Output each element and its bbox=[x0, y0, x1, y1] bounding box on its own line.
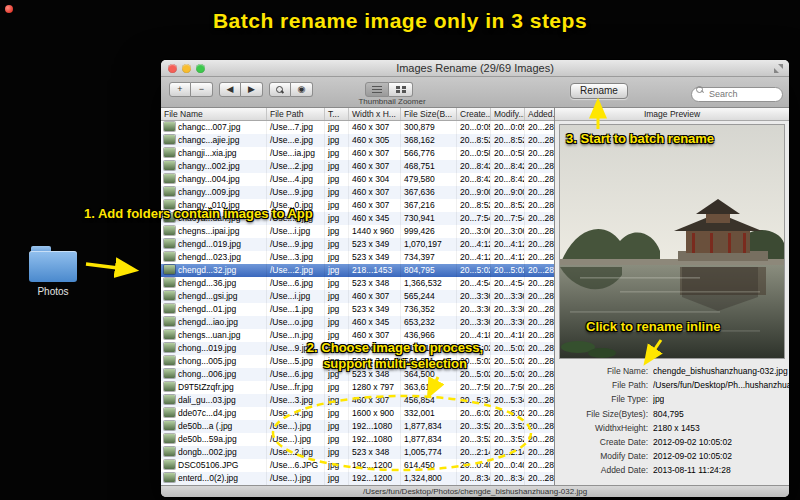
detail-row: Modify Date:2012-09-02 10:05:02 bbox=[555, 449, 789, 463]
table-row[interactable]: de50b...59a.jpg/Use...).jpgjpg192...1080… bbox=[161, 433, 554, 446]
detail-row: File Path:/Users/fun/Desktop/Ph...hushan… bbox=[555, 378, 789, 392]
table-row[interactable]: dongb...002.jpg/Use...2.jpgjpg523 x 3481… bbox=[161, 446, 554, 459]
toolbar: + − ◀ ▶ ◉ Thumbnail Zoomer Rename bbox=[161, 77, 789, 108]
detail-label: Added Date: bbox=[555, 465, 653, 475]
fullscreen-icon[interactable] bbox=[774, 64, 783, 73]
search-input[interactable] bbox=[691, 87, 783, 102]
file-thumbnail-icon bbox=[164, 434, 175, 443]
column-header[interactable]: Create... bbox=[457, 108, 491, 120]
detail-value[interactable]: 2012-09-02 10:05:02 bbox=[653, 437, 732, 447]
status-bar: /Users/fun/Desktop/Photos/chengde_bishus… bbox=[161, 485, 789, 497]
column-header[interactable]: File Name bbox=[161, 108, 267, 120]
file-thumbnail-icon bbox=[164, 408, 175, 417]
detail-label: File Type: bbox=[555, 394, 653, 404]
list-view-button[interactable] bbox=[365, 82, 389, 97]
file-thumbnail-icon bbox=[164, 343, 175, 352]
table-row[interactable]: DSC05106.JPG/Use...6.JPGjpg192...1200614… bbox=[161, 459, 554, 472]
detail-label: File Name: bbox=[555, 366, 653, 376]
column-header[interactable]: Modify... bbox=[491, 108, 525, 120]
detail-value[interactable]: 2012-09-02 10:05:02 bbox=[653, 451, 732, 461]
column-header[interactable]: Added... bbox=[525, 108, 555, 120]
file-table: File NameFile PathT...Width x H...File S… bbox=[161, 108, 555, 485]
table-row[interactable]: chengd...32.jpg/Use...2.jpgjpg218...1453… bbox=[161, 264, 554, 277]
table-row[interactable]: chong...006.jpg/Use...6.jpgjpg523 x 3483… bbox=[161, 368, 554, 381]
window-content: File NameFile PathT...Width x H...File S… bbox=[161, 108, 789, 485]
table-row[interactable]: changy...002.jpg/Use...2.jpgjpg460 x 307… bbox=[161, 160, 554, 173]
detail-value[interactable]: /Users/fun/Desktop/Ph...hushanzhuang-032… bbox=[653, 380, 789, 390]
file-table-body: changc...007.jpg/Use...7.jpgjpg460 x 307… bbox=[161, 121, 554, 485]
detail-row: File Size(Bytes):804,795 bbox=[555, 407, 789, 421]
table-row[interactable]: chaoya...uan.jpg/Use...n.jpgjpg460 x 345… bbox=[161, 212, 554, 225]
table-row[interactable]: changy...004.jpg/Use...4.jpgjpg460 x 304… bbox=[161, 173, 554, 186]
column-header[interactable]: File Path bbox=[267, 108, 325, 120]
remove-button[interactable]: − bbox=[191, 82, 213, 97]
magnifier-button[interactable] bbox=[269, 82, 291, 97]
file-thumbnail-icon bbox=[164, 161, 175, 170]
file-thumbnail-icon bbox=[164, 174, 175, 183]
table-row[interactable]: chegns...ipai.jpg/Use...i.jpgjpg1440 x 9… bbox=[161, 225, 554, 238]
detail-value[interactable]: chengde_bishushanzhuang-032.jpg bbox=[653, 366, 788, 376]
file-thumbnail-icon bbox=[164, 447, 175, 456]
table-row[interactable]: changy...009.jpg/Use...9.jpgjpg460 x 307… bbox=[161, 186, 554, 199]
table-row[interactable]: changc...ajie.jpg/Use...e.jpgjpg460 x 30… bbox=[161, 134, 554, 147]
file-thumbnail-icon bbox=[164, 304, 175, 313]
minimize-button[interactable] bbox=[182, 64, 191, 73]
file-thumbnail-icon bbox=[164, 148, 175, 157]
detail-row: Added Date:2013-08-11 11:24:28 bbox=[555, 463, 789, 477]
file-thumbnail-icon bbox=[164, 369, 175, 378]
detail-value[interactable]: jpg bbox=[653, 394, 664, 404]
search-icon bbox=[696, 86, 704, 94]
zoom-button[interactable] bbox=[196, 64, 205, 73]
table-row[interactable]: changy...010.jpg/Use...0.jpgjpg460 x 307… bbox=[161, 199, 554, 212]
photos-folder[interactable]: Photos bbox=[22, 246, 84, 297]
table-row[interactable]: chengd...36.jpg/Use...6.jpgjpg523 x 3481… bbox=[161, 277, 554, 290]
search-field[interactable] bbox=[691, 83, 783, 98]
table-row[interactable]: chengd...023.jpg/Use...3.jpgjpg523 x 349… bbox=[161, 251, 554, 264]
column-header[interactable]: Width x H... bbox=[349, 108, 401, 120]
table-row[interactable]: de50b...a (.jpg/Use...).jpgjpg192...1080… bbox=[161, 420, 554, 433]
detail-value[interactable]: 2013-08-11 11:24:28 bbox=[653, 465, 731, 475]
window-titlebar[interactable]: Images Rename (29/69 Images) bbox=[161, 60, 789, 77]
preview-header: Image Preview bbox=[555, 108, 789, 121]
detail-label: WidthxHeight: bbox=[555, 423, 653, 433]
file-thumbnail-icon bbox=[164, 473, 175, 482]
file-thumbnail-icon bbox=[164, 265, 175, 274]
column-header[interactable]: File Size(B... bbox=[401, 108, 457, 120]
table-row[interactable]: chengd...01.jpg/Use...1.jpgjpg523 x 3497… bbox=[161, 303, 554, 316]
table-row[interactable]: chengd...iao.jpg/Use...o.jpgjpg460 x 345… bbox=[161, 316, 554, 329]
table-row[interactable]: D9T5tZzqfr.jpg/Use...fr.jpgjpg1280 x 797… bbox=[161, 381, 554, 394]
folder-icon[interactable] bbox=[29, 246, 77, 282]
table-row[interactable]: changji...xia.jpg/Use...ia.jpgjpg460 x 3… bbox=[161, 147, 554, 160]
file-thumbnail-icon bbox=[164, 421, 175, 430]
detail-value[interactable]: 2180 x 1453 bbox=[653, 423, 700, 433]
file-thumbnail-icon bbox=[164, 239, 175, 248]
table-row[interactable]: chengs...uan.jpg/Use...n.jpgjpg460 x 307… bbox=[161, 329, 554, 342]
column-header[interactable]: T... bbox=[325, 108, 349, 120]
rename-button[interactable]: Rename bbox=[570, 83, 628, 99]
preview-image bbox=[560, 125, 784, 358]
table-row[interactable]: chengd...019.jpg/Use...9.jpgjpg523 x 349… bbox=[161, 238, 554, 251]
detail-label: Modify Date: bbox=[555, 451, 653, 461]
add-folder-button[interactable]: + bbox=[169, 82, 191, 97]
desktop-background: { "hero": { "title": "Batch rename image… bbox=[0, 0, 800, 500]
detail-row: File Type:jpg bbox=[555, 392, 789, 406]
app-window: Images Rename (29/69 Images) + − ◀ ▶ ◉ T… bbox=[161, 60, 789, 497]
back-button[interactable]: ◀ bbox=[219, 82, 241, 97]
table-row[interactable]: dde07c...d4.jpg/Use...4.jpgjpg1600 x 900… bbox=[161, 407, 554, 420]
close-button[interactable] bbox=[168, 64, 177, 73]
table-row[interactable]: dali_gu...03.jpg/Use...3.jpgjpg460 x 307… bbox=[161, 394, 554, 407]
detail-value[interactable]: 804,795 bbox=[653, 409, 684, 419]
detail-label: Create Date: bbox=[555, 437, 653, 447]
preview-toggle-button[interactable]: ◉ bbox=[291, 82, 313, 97]
file-thumbnail-icon bbox=[164, 135, 175, 144]
file-thumbnail-icon bbox=[164, 252, 175, 261]
table-row[interactable]: chong...005.jpg/Use...5.jpgjpg523 x 3485… bbox=[161, 355, 554, 368]
grid-view-button[interactable] bbox=[389, 82, 413, 97]
forward-button[interactable]: ▶ bbox=[241, 82, 263, 97]
table-row[interactable]: enterd...0(2).jpg/Use...).jpgjpg192...12… bbox=[161, 472, 554, 485]
table-row[interactable]: chengd...gsi.jpg/Use...i.jpgjpg460 x 307… bbox=[161, 290, 554, 303]
file-table-header: File NameFile PathT...Width x H...File S… bbox=[161, 108, 554, 121]
detail-label: File Size(Bytes): bbox=[555, 409, 653, 419]
table-row[interactable]: changc...007.jpg/Use...7.jpgjpg460 x 307… bbox=[161, 121, 554, 134]
table-row[interactable]: chong...019.jpg/Use...9.jpgjpg460 x 3075… bbox=[161, 342, 554, 355]
